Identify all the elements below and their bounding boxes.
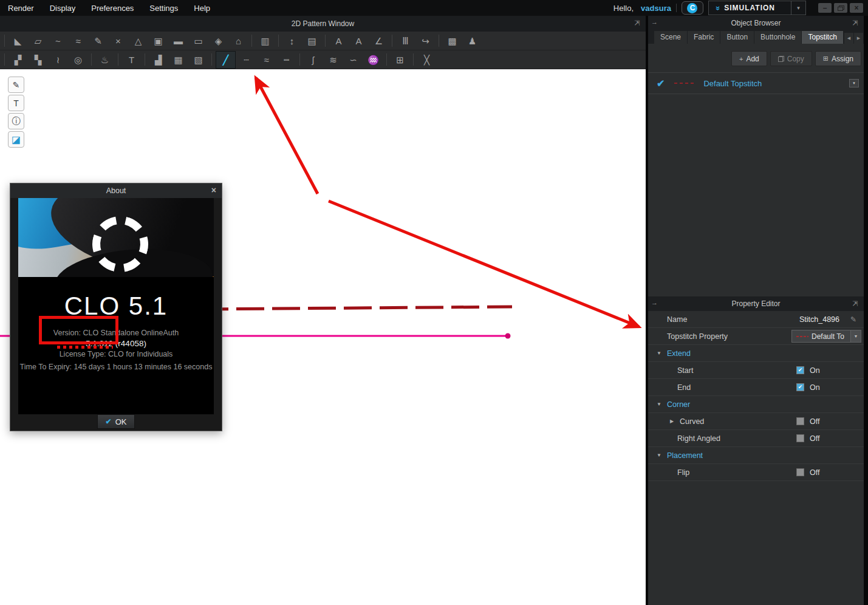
annotation-dotted-line [57, 346, 113, 349]
property-editor-titlebar: → Property Editor ⇱ [648, 296, 864, 311]
object-browser-titlebar: → Object Browser ⇱ [648, 16, 864, 30]
pattern-window: 2D Pattern Window ⇱ ◣▱~≈✎×△▣▬▭◈⌂▥↕▤AA∠Ⅲ↪… [0, 16, 646, 605]
about-dialog-title: About [106, 186, 126, 195]
end-value: On [810, 383, 820, 392]
check-icon: ✔ [798, 367, 803, 373]
copy-button[interactable]: Copy [770, 51, 812, 66]
add-button[interactable]: + Add [731, 51, 767, 66]
name-value: Stitch_4896 [799, 315, 839, 324]
username: vadsura [641, 4, 671, 13]
menu-help[interactable]: Help [186, 0, 218, 16]
menu-display[interactable]: Display [42, 0, 84, 16]
property-row-curved: ▶ Curved Off [648, 413, 864, 430]
curved-label: Curved [680, 417, 704, 426]
flip-value: Off [810, 468, 819, 477]
right-angled-label: Right Angled [677, 434, 720, 443]
minimize-button[interactable]: – [818, 3, 832, 13]
start-label: Start [677, 366, 693, 375]
edit-name-icon[interactable]: ✎ [850, 315, 856, 324]
start-checkbox[interactable]: ✔ [796, 366, 804, 374]
topstitch-line [200, 307, 512, 309]
simulation-dropdown-icon[interactable]: ▼ [791, 1, 805, 15]
about-dialog-titlebar: About × [10, 183, 222, 198]
assign-icon: ⊞ [823, 55, 829, 63]
topstitch-property-dropdown[interactable]: Default To ▼ [791, 330, 861, 343]
corner-section-label: Corner [667, 400, 690, 409]
copy-button-label: Copy [787, 55, 804, 63]
right-angled-checkbox[interactable] [796, 434, 804, 442]
plus-icon: + [739, 55, 743, 63]
restore-button[interactable] [834, 3, 847, 13]
show-sketch-toggle[interactable]: ✎ [8, 77, 24, 93]
simulation-button[interactable]: » SIMULATION ▼ [708, 1, 806, 15]
right-panel: → Object Browser ⇱ SceneFabricButtonButt… [646, 16, 868, 605]
add-button-label: Add [746, 55, 759, 63]
menu-render[interactable]: Render [0, 0, 42, 16]
flip-label: Flip [677, 468, 689, 477]
close-icon[interactable]: × [211, 185, 216, 195]
tab-scroll-left-icon[interactable]: ◀ [844, 33, 853, 44]
chevron-down-icon[interactable]: ▼ [850, 330, 861, 342]
tab-fabric[interactable]: Fabric [688, 31, 720, 44]
topstitch-list-item[interactable]: ✔ Default Topstitch ▼ [648, 72, 864, 94]
topstitch-swatch [674, 83, 696, 84]
popout-icon[interactable]: ⇱ [852, 301, 858, 307]
menu-bar: RenderDisplayPreferencesSettingsHelp Hel… [0, 0, 868, 16]
triangle-down-icon: ▼ [657, 350, 661, 356]
save-topstitch-icon[interactable]: ▼ [849, 79, 859, 87]
close-button[interactable]: × [850, 3, 863, 13]
object-browser-actions: + Add Copy ⊞ Assign [648, 44, 864, 72]
ok-button-label: OK [115, 417, 127, 426]
triangle-right-icon[interactable]: ▶ [670, 419, 674, 424]
triangle-down-icon: ▼ [657, 402, 661, 407]
assign-button-label: Assign [832, 55, 853, 63]
menu-preferences[interactable]: Preferences [83, 0, 142, 16]
property-row-flip: Flip Off [648, 464, 864, 481]
copy-icon [778, 56, 784, 62]
tab-buttonhole[interactable]: Buttonhole [754, 31, 801, 44]
property-row-end: End ✔ On [648, 379, 864, 396]
selected-check-icon[interactable]: ✔ [657, 78, 665, 89]
property-row-start: Start ✔ On [648, 362, 864, 379]
restore-icon [838, 5, 844, 11]
tab-scene[interactable]: Scene [654, 31, 687, 44]
about-dialog-body: CLO 5.1 Version: CLO Standalone OnlineAu… [10, 198, 222, 431]
placement-section-label: Placement [667, 451, 703, 460]
topstitch-swatch [796, 336, 808, 337]
panel-collapse-icon[interactable]: → [651, 299, 658, 306]
popout-icon[interactable]: ⇱ [852, 20, 858, 27]
panel-collapse-icon[interactable]: → [651, 18, 658, 26]
divider [676, 4, 677, 12]
tab-topstitch[interactable]: Topstitch [802, 31, 842, 44]
topstitch-property-label: Topstitch Property [667, 332, 728, 341]
clo-cloud-button[interactable]: C [682, 1, 703, 15]
section-corner[interactable]: ▼ Corner [648, 396, 864, 413]
simulation-label: SIMULATION [724, 4, 791, 12]
tab-scroll-right-icon[interactable]: ▶ [854, 33, 863, 44]
canvas-view-toggles: ✎Tⓘ◪ [8, 77, 24, 148]
object-browser: → Object Browser ⇱ SceneFabricButtonButt… [648, 16, 864, 296]
show-pattern-toggle[interactable]: ◪ [8, 131, 24, 148]
menu-settings[interactable]: Settings [142, 0, 186, 16]
curved-checkbox[interactable] [796, 417, 804, 425]
object-browser-title: Object Browser [731, 19, 781, 27]
about-artwork [18, 198, 214, 277]
show-info-toggle[interactable]: ⓘ [8, 113, 24, 129]
check-icon: ✔ [798, 385, 803, 390]
ok-button[interactable]: ✔ OK [97, 414, 135, 429]
topstitch-property-value: Default To [812, 332, 844, 341]
property-row-right-angled: Right Angled Off [648, 430, 864, 447]
greeting-text: Hello, [613, 4, 634, 13]
show-garment-toggle[interactable]: T [8, 95, 24, 111]
flip-checkbox[interactable] [796, 468, 804, 476]
window-controls: – × [818, 3, 863, 13]
license-line: License Type: CLO for Individuals [18, 349, 214, 360]
property-row-topstitch-property: Topstitch Property Default To ▼ [648, 328, 864, 345]
tab-button[interactable]: Button [720, 31, 754, 44]
section-extend[interactable]: ▼ Extend [648, 345, 864, 362]
end-checkbox[interactable]: ✔ [796, 383, 804, 391]
about-dialog: About × CLO 5.1 Version: CLO Standalone … [10, 183, 222, 431]
assign-button[interactable]: ⊞ Assign [815, 51, 861, 66]
section-placement[interactable]: ▼ Placement [648, 447, 864, 464]
pattern-edge-endpoint[interactable] [505, 333, 511, 339]
